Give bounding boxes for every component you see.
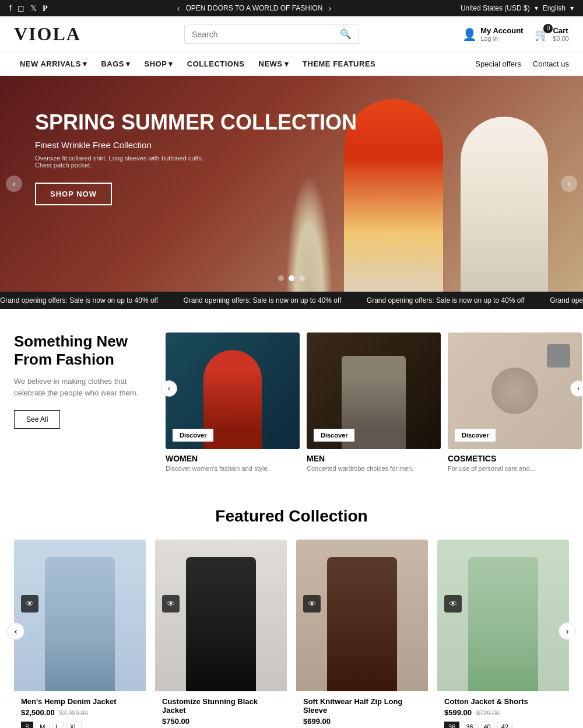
fashion-cards-container: ‹ Discover WOMEN Discover women's fashio… [166,332,582,472]
product-price-1: $2,500.00 [21,708,55,717]
search-bar[interactable]: 🔍 [184,24,359,44]
nav-item-collections[interactable]: COLLECTIONS [181,52,251,76]
product-prices-3: $699.00 [303,717,421,726]
nav-item-theme-features[interactable]: THEME FEATURES [297,52,381,76]
discover-women-button[interactable]: Discover [173,429,213,442]
product-info-1: Men's Hemp Denim Jacket $2,500.00 $2,999… [14,691,146,728]
product-prices-4: $599.00 $799.00 [444,708,562,717]
nav-left: NEW ARRIVALS ▾ BAGS ▾ SHOP ▾ COLLECTIONS… [14,52,381,76]
nav-label: NEW ARRIVALS [20,60,81,68]
size-m[interactable]: M [36,722,49,728]
hero-dot-1[interactable] [278,275,284,281]
products-next-button[interactable]: › [559,622,576,640]
size-xl[interactable]: XL [66,722,82,728]
size-42[interactable]: 42 [497,722,512,728]
cosmetics-category-desc: For use of personal care and... [448,465,582,472]
hero-next-button[interactable]: › [561,176,577,192]
product-info-4: Cotton Jacket & Shorts $599.00 $799.00 3… [437,691,569,728]
nav-item-bags[interactable]: BAGS ▾ [95,52,136,76]
cart-link[interactable]: 🛒 0 Cart $0.00 [535,26,569,42]
size-l[interactable]: L [52,722,64,728]
products-row: ‹ Sale 👁 Men's Hemp Denim Jacket $2,500.… [14,540,569,728]
marquee-item: Grand opening offers: Sale is now on up … [0,296,158,304]
logo[interactable]: VIOLA [14,23,81,45]
size-options-1[interactable]: S M L XL [21,722,139,728]
region-language[interactable]: United States (USD $) ▾ English ▾ [461,4,574,12]
hero-content: SPRING SUMMER COLLECTION Finest Wrinkle … [35,111,357,205]
hero-dot-2[interactable] [289,275,294,281]
women-category-desc: Discover women's fashion and style. [166,465,300,472]
region-dropdown-icon: ▾ [535,4,538,12]
nav-label: SHOP [145,60,167,68]
account-link[interactable]: 👤 My Account Log in [462,26,523,42]
nav-item-news[interactable]: NEWS ▾ [253,52,295,76]
language-text[interactable]: English [543,4,566,12]
product-view-button-4[interactable]: 👁 [444,595,462,612]
men-category-title: MEN [307,454,441,463]
product-old-price-1: $2,999.00 [59,709,88,716]
nav-dropdown-icon: ▾ [83,60,87,68]
product-old-price-4: $799.00 [476,709,500,716]
product-view-button-3[interactable]: 👁 [303,595,321,612]
fashion-prev-button[interactable]: ‹ [161,380,177,397]
men-category-desc: Concerted wardrobe choices for men. [307,465,441,472]
fashion-next-button[interactable]: › [570,380,583,397]
announcement-next[interactable]: › [328,4,331,13]
fashion-card-cosmetics: Discover COSMETICS For use of personal c… [448,332,582,472]
size-38[interactable]: 38 [462,722,477,728]
marquee-item: Grand opening offers: Sale is now on up … [183,296,341,304]
nav-contact-us[interactable]: Contact us [533,60,569,68]
product-info-2: Customize Stunning Black Jacket $750.00 … [155,691,287,728]
cosmetics-category-title: COSMETICS [448,454,582,463]
nav-special-offers[interactable]: Special offers [475,60,521,68]
fashion-cards: Discover WOMEN Discover women's fashion … [166,332,582,472]
main-nav: NEW ARRIVALS ▾ BAGS ▾ SHOP ▾ COLLECTIONS… [0,52,583,76]
size-40[interactable]: 40 [480,722,495,728]
announcement-bar: ‹ OPEN DOORS TO A WORLD OF FASHION › [177,4,331,13]
marquee-inner: Grand opening offers: Sale is now on up … [0,296,583,304]
nav-label: NEWS [259,60,283,68]
product-card-denim: Sale 👁 Men's Hemp Denim Jacket $2,500.00… [14,540,146,728]
hero-dot-3[interactable] [299,275,305,281]
account-sub[interactable]: Log in [480,35,523,42]
product-card-knitwear: 👁 Soft Knitwear Half Zip Long Sleeve $69… [296,540,428,728]
featured-collection-section: Featured Collection ‹ Sale 👁 Men's Hemp … [0,495,583,728]
facebook-icon[interactable]: f [9,4,12,13]
product-card-black-jacket: 👁 Customize Stunning Black Jacket $750.0… [155,540,287,728]
search-icon[interactable]: 🔍 [340,29,352,40]
product-prices-2: $750.00 [162,717,280,726]
twitter-icon[interactable]: 𝕏 [30,4,37,13]
products-prev-button[interactable]: ‹ [7,622,24,640]
cart-amount: $0.00 [553,35,569,42]
fashion-card-women: Discover WOMEN Discover women's fashion … [166,332,300,472]
product-price-4: $599.00 [444,708,472,717]
product-view-button-1[interactable]: 👁 [21,595,38,612]
account-label: My Account [480,26,523,35]
size-36[interactable]: 36 [444,722,459,728]
discover-cosmetics-button[interactable]: Discover [455,429,496,442]
discover-men-button[interactable]: Discover [314,429,354,442]
hero-subtitle: Finest Wrinkle Free Collection [35,140,357,150]
hero-shop-now-button[interactable]: SHOP NOW [35,183,112,205]
product-name-1: Men's Hemp Denim Jacket [21,697,139,706]
size-options-4[interactable]: 36 38 40 42 [444,722,562,728]
see-all-button[interactable]: See All [14,410,60,429]
size-s[interactable]: S [21,722,33,728]
nav-item-shop[interactable]: SHOP ▾ [139,52,179,76]
product-name-3: Soft Knitwear Half Zip Long Sleeve [303,697,421,715]
fashion-card-men: Discover MEN Concerted wardrobe choices … [307,332,441,472]
nav-item-new-arrivals[interactable]: NEW ARRIVALS ▾ [14,52,93,76]
search-input[interactable] [192,30,335,39]
hero-banner: ‹ SPRING SUMMER COLLECTION Finest Wrinkl… [0,76,583,292]
nav-label: COLLECTIONS [187,60,245,68]
announcement-prev[interactable]: ‹ [177,4,180,13]
announcement-text: OPEN DOORS TO A WORLD OF FASHION [185,4,322,12]
product-view-button-2[interactable]: 👁 [162,595,180,612]
marquee-item: Grand opening offers: Sale is now on up … [550,296,583,304]
hero-prev-button[interactable]: ‹ [6,176,22,192]
instagram-icon[interactable]: ◻ [17,4,24,13]
hero-person-2 [461,117,548,292]
social-links[interactable]: f ◻ 𝕏 𝐏 [9,4,48,13]
product-card-cotton: Sale 👁 Cotton Jacket & Shorts $599.00 $7… [437,540,569,728]
pinterest-icon[interactable]: 𝐏 [43,4,48,13]
